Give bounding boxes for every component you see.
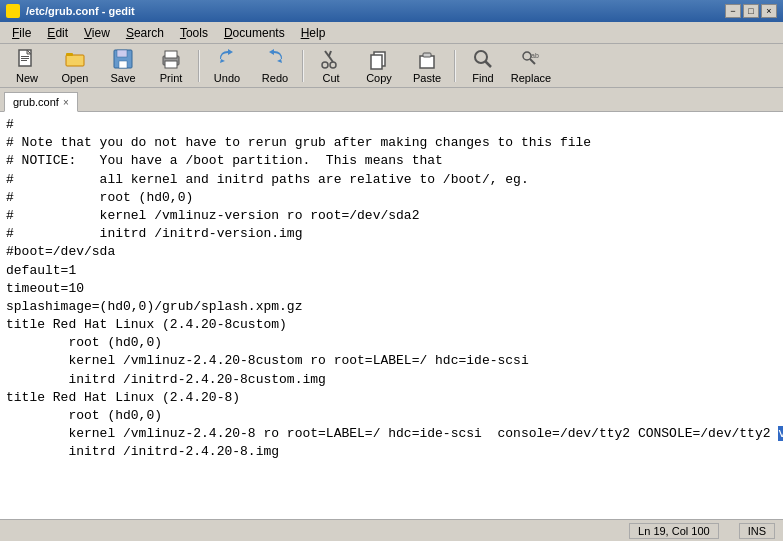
separator-3 <box>454 50 456 82</box>
find-label: Find <box>472 72 493 84</box>
redo-button[interactable]: Redo <box>252 47 298 85</box>
svg-rect-3 <box>21 58 29 59</box>
close-button[interactable]: × <box>761 4 777 18</box>
cut-icon <box>320 48 342 70</box>
menu-edit[interactable]: Edit <box>39 24 76 42</box>
copy-icon <box>368 48 390 70</box>
svg-point-22 <box>475 51 487 63</box>
separator-2 <box>302 50 304 82</box>
undo-button[interactable]: Undo <box>204 47 250 85</box>
status-bar: Ln 19, Col 100 INS <box>0 519 783 541</box>
redo-label: Redo <box>262 72 288 84</box>
svg-rect-19 <box>371 55 382 69</box>
open-icon <box>64 48 86 70</box>
tab-label: grub.conf <box>13 96 59 108</box>
toolbar: New Open Save Print Undo Redo <box>0 44 783 88</box>
editor-area[interactable]: # # Note that you do not have to rerun g… <box>0 112 783 519</box>
separator-1 <box>198 50 200 82</box>
tab-bar: grub.conf × <box>0 88 783 112</box>
cut-label: Cut <box>322 72 339 84</box>
svg-text:ab: ab <box>531 52 539 59</box>
window-title: /etc/grub.conf - gedit <box>26 5 135 17</box>
replace-label: Replace <box>511 72 551 84</box>
print-label: Print <box>160 72 183 84</box>
menu-search[interactable]: Search <box>118 24 172 42</box>
svg-rect-4 <box>21 60 27 61</box>
copy-button[interactable]: Copy <box>356 47 402 85</box>
new-button[interactable]: New <box>4 47 50 85</box>
cursor-position: Ln 19, Col 100 <box>629 523 719 539</box>
save-button[interactable]: Save <box>100 47 146 85</box>
open-button[interactable]: Open <box>52 47 98 85</box>
svg-line-23 <box>486 61 492 67</box>
copy-label: Copy <box>366 72 392 84</box>
svg-rect-9 <box>117 50 127 57</box>
redo-icon <box>264 48 286 70</box>
editor-line-1: # # Note that you do not have to rerun g… <box>6 117 783 459</box>
svg-point-24 <box>523 52 531 60</box>
undo-icon <box>216 48 238 70</box>
title-bar: /etc/grub.conf - gedit − □ × <box>0 0 783 22</box>
save-icon <box>112 48 134 70</box>
title-bar-buttons[interactable]: − □ × <box>725 4 777 18</box>
new-icon <box>16 48 38 70</box>
svg-line-25 <box>530 59 535 64</box>
print-button[interactable]: Print <box>148 47 194 85</box>
replace-icon: ab <box>520 48 542 70</box>
insert-mode: INS <box>739 523 775 539</box>
open-label: Open <box>62 72 89 84</box>
maximize-button[interactable]: □ <box>743 4 759 18</box>
svg-line-15 <box>329 51 331 56</box>
svg-point-17 <box>330 62 336 68</box>
save-label: Save <box>110 72 135 84</box>
title-bar-left: /etc/grub.conf - gedit <box>6 4 135 18</box>
svg-rect-20 <box>420 56 434 68</box>
find-icon <box>472 48 494 70</box>
menu-documents[interactable]: Documents <box>216 24 293 42</box>
menu-view[interactable]: View <box>76 24 118 42</box>
svg-line-14 <box>325 51 333 62</box>
tab-close-button[interactable]: × <box>63 97 69 108</box>
svg-point-16 <box>322 62 328 68</box>
svg-rect-6 <box>66 55 84 66</box>
svg-rect-10 <box>119 61 127 68</box>
find-button[interactable]: Find <box>460 47 506 85</box>
svg-rect-2 <box>21 56 29 57</box>
menu-tools[interactable]: Tools <box>172 24 216 42</box>
paste-label: Paste <box>413 72 441 84</box>
svg-rect-7 <box>66 53 73 56</box>
cut-button[interactable]: Cut <box>308 47 354 85</box>
tab-grub-conf[interactable]: grub.conf × <box>4 92 78 112</box>
paste-icon <box>416 48 438 70</box>
replace-button[interactable]: ab Replace <box>508 47 554 85</box>
menu-bar: File Edit View Search Tools Documents He… <box>0 22 783 44</box>
paste-button[interactable]: Paste <box>404 47 450 85</box>
print-icon <box>160 48 182 70</box>
menu-help[interactable]: Help <box>293 24 334 42</box>
new-label: New <box>16 72 38 84</box>
svg-rect-12 <box>165 51 177 58</box>
undo-label: Undo <box>214 72 240 84</box>
svg-rect-13 <box>165 61 177 68</box>
app-icon <box>6 4 20 18</box>
menu-file[interactable]: File <box>4 24 39 42</box>
svg-rect-21 <box>423 53 431 57</box>
minimize-button[interactable]: − <box>725 4 741 18</box>
selection-highlight: vga=0x301 <box>778 426 783 441</box>
